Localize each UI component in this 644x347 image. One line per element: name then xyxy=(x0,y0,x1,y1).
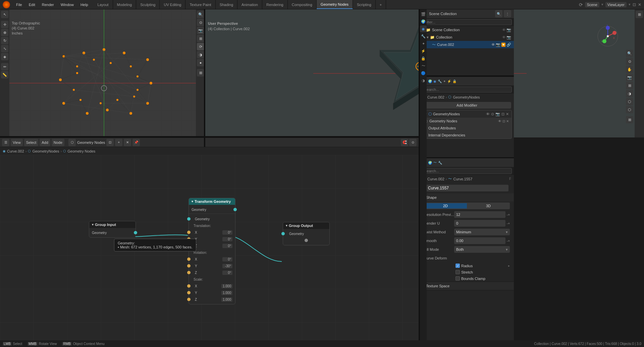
grid-btn-p[interactable]: ⊞ xyxy=(636,11,643,18)
outliner-collection[interactable]: ▾ 📁 Collection 👁 📷 xyxy=(420,34,514,41)
stretch-checkbox[interactable] xyxy=(455,270,460,274)
blender-logo[interactable] xyxy=(3,1,10,8)
group-out-geom-socket[interactable] xyxy=(281,232,285,235)
geometry-output-socket[interactable] xyxy=(134,231,137,234)
nodes-copy-btn[interactable]: ⊡ xyxy=(106,139,114,146)
radius-checkbox[interactable]: ✓ xyxy=(455,264,460,268)
bc-geonodes[interactable]: GeometryNodes xyxy=(32,149,59,153)
view-shading-btn[interactable]: ◑ xyxy=(626,90,633,97)
2d-3d-toggle[interactable]: 2D 3D xyxy=(424,203,510,209)
render-u-value[interactable]: 0 xyxy=(454,220,505,227)
camera-btn[interactable]: 📷 xyxy=(197,27,204,34)
sx-value[interactable]: 1.000 xyxy=(221,284,232,288)
output-attrs-row[interactable]: ▸ Output Attributes xyxy=(422,124,512,131)
group-output-node[interactable]: ▾ Group Output Geometry xyxy=(283,222,330,245)
curve-filter[interactable]: 🔽 xyxy=(501,43,506,47)
tz-value[interactable]: 0° xyxy=(222,244,232,248)
mod-delete-btn[interactable]: ✕ xyxy=(506,112,509,116)
view-camera-btn[interactable]: 📷 xyxy=(626,74,633,81)
render-u-plus[interactable]: + xyxy=(508,222,510,225)
tool-move[interactable]: ⊕ xyxy=(1,29,8,36)
pb-curve002[interactable]: Curve.002 xyxy=(427,95,444,99)
sz-socket[interactable] xyxy=(187,298,191,301)
props-object-icon[interactable]: ◉ xyxy=(433,79,436,83)
nav-gizmo[interactable]: X Y Z xyxy=(594,23,621,50)
nodes-canvas[interactable]: ▾ Group Input Geometry ▾ Transform Geome… xyxy=(0,155,419,340)
cpb-fake-user-btn[interactable]: F xyxy=(509,177,511,181)
view-grid-btn[interactable]: ⊞ xyxy=(626,116,633,123)
sz-value[interactable]: 1.000 xyxy=(221,297,232,302)
view-orbit-btn[interactable]: ⊙ xyxy=(626,58,633,65)
nodes-type-icon[interactable]: ⬡ xyxy=(68,139,76,146)
res-preview-plus[interactable]: + xyxy=(508,213,510,217)
ry-value[interactable]: -30° xyxy=(222,264,232,268)
props-modifier-icon[interactable]: 🔧 xyxy=(438,79,442,83)
zoom-in-btn[interactable]: 🔍 xyxy=(197,11,204,18)
curve-props-mod-icon[interactable]: 🔧 xyxy=(438,161,442,165)
sy-socket[interactable] xyxy=(187,291,191,294)
ws-modeling[interactable]: Modeling xyxy=(113,0,137,9)
menu-window[interactable]: Window xyxy=(58,2,76,8)
ws-scripting[interactable]: Scripting xyxy=(353,0,376,9)
ng-eye-btn[interactable]: 👁 xyxy=(498,119,501,123)
bounds-clamp-checkbox[interactable] xyxy=(455,276,460,281)
close-icon[interactable]: ✕ xyxy=(638,2,641,7)
res-preview-value[interactable]: 12 xyxy=(454,211,505,218)
overlay-settings-btn[interactable]: ◑ xyxy=(197,51,204,58)
ws-uv-editing[interactable]: UV Editing xyxy=(160,0,185,9)
menu-edit[interactable]: Edit xyxy=(26,2,38,8)
props-physics-icon[interactable]: ⚡ xyxy=(447,79,451,83)
props-particles-icon[interactable]: ✦ xyxy=(443,79,446,83)
view-pan-btn[interactable]: ✋ xyxy=(626,66,633,73)
fill-mode-value[interactable]: Both ▾ xyxy=(454,246,510,253)
smooth-value[interactable]: 0.00 xyxy=(454,237,505,244)
strip-physics-icon[interactable]: ⚡ xyxy=(420,48,427,54)
strip-world-icon[interactable]: 🌍 xyxy=(420,18,427,25)
strip-object-data-icon[interactable]: 〜 xyxy=(420,62,427,69)
props-search-input[interactable] xyxy=(422,86,512,93)
ws-layout[interactable]: Layout xyxy=(94,0,113,9)
group-input-node[interactable]: ▾ Group Input Geometry xyxy=(89,221,136,238)
rx-value[interactable]: 0° xyxy=(222,257,232,262)
texture-space-header[interactable]: ▸ Texture Space xyxy=(420,282,514,290)
view-layer-selector[interactable]: ViewLayer xyxy=(605,2,627,7)
node-group-name[interactable]: Geometry Nodes xyxy=(429,119,457,123)
rz-value[interactable]: 0° xyxy=(222,271,232,275)
maximize-icon[interactable]: ⊡ xyxy=(633,2,636,7)
strip-modifier-icon[interactable]: 🔧 xyxy=(420,33,427,40)
curve-props-world-icon[interactable]: 🌍 xyxy=(428,161,432,165)
nodes-overlay-btn[interactable]: ⊙ xyxy=(409,139,417,146)
view-axis-btn[interactable]: ⟳ xyxy=(197,43,204,50)
cpb-curve002[interactable]: Curve.002 xyxy=(427,177,444,181)
ws-shading[interactable]: Shading xyxy=(216,0,237,9)
tool-select[interactable]: ↖ xyxy=(1,11,8,18)
view-zoom-btn[interactable]: 🔍 xyxy=(626,50,633,57)
pb-geonodes[interactable]: GeometryNodes xyxy=(453,95,480,99)
outliner-scene-collection[interactable]: ▾ 📁 Scene Collection 👁 📷 xyxy=(420,26,514,34)
nodes-node-menu[interactable]: Node xyxy=(52,139,64,146)
transform-geom-out-socket[interactable] xyxy=(233,208,237,211)
h-divider-main[interactable] xyxy=(0,136,419,137)
tool-transform[interactable]: ◈ xyxy=(1,53,8,60)
curve-props-search-input[interactable] xyxy=(422,168,512,174)
view-wireframe-btn[interactable]: ⬡ xyxy=(626,98,633,105)
strip-material-icon[interactable]: 🔵 xyxy=(420,70,427,76)
outliner-filter-btn[interactable]: 🔍 xyxy=(495,10,502,17)
internal-deps-row[interactable]: ▸ Internal Dependencies xyxy=(422,131,512,138)
mod-visibility-btn[interactable]: 👁 xyxy=(486,112,490,116)
bc-curve[interactable]: Curve.002 xyxy=(7,149,24,153)
mod-render-btn[interactable]: 📷 xyxy=(495,112,500,116)
curve-visibility[interactable]: 👁 xyxy=(491,43,495,47)
tool-rotate[interactable]: ↻ xyxy=(1,37,8,44)
3d-toggle-opt[interactable]: 3D xyxy=(467,203,510,209)
outliner-curve002[interactable]: 〜 Curve.002 👁 📷 🔽 🔗 xyxy=(420,41,514,48)
strip-particles-icon[interactable]: ✦ xyxy=(420,40,427,47)
ws-compositing[interactable]: Compositing xyxy=(288,0,317,9)
add-modifier-btn[interactable]: Add Modifier xyxy=(423,102,511,109)
2d-toggle-opt[interactable]: 2D xyxy=(424,203,467,209)
strip-shading-icon[interactable]: ◑ xyxy=(420,77,427,84)
rx-socket[interactable] xyxy=(187,257,191,261)
strip-object-icon[interactable]: ◉ xyxy=(420,25,427,32)
menu-file[interactable]: File xyxy=(13,2,25,8)
nodes-snap-btn[interactable]: 🧲 xyxy=(401,139,408,146)
